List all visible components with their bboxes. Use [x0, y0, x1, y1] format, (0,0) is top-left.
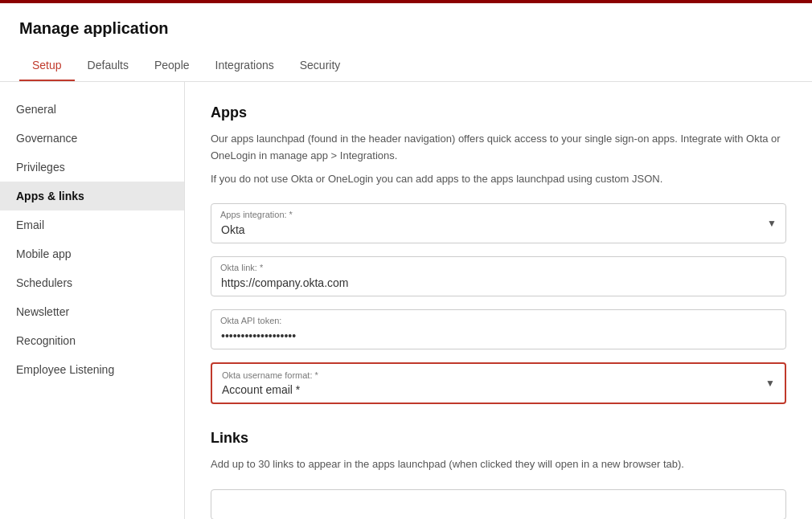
tab-integrations[interactable]: Integrations	[203, 51, 287, 81]
apps-integration-select[interactable]: Okta OneLogin Custom JSON	[211, 203, 786, 243]
tab-defaults[interactable]: Defaults	[75, 51, 141, 81]
sidebar-item-mobile-app[interactable]: Mobile app	[0, 239, 184, 268]
okta-api-token-input[interactable]	[211, 309, 786, 349]
tab-security[interactable]: Security	[287, 51, 354, 81]
okta-link-group: Okta link: *	[211, 256, 786, 296]
sidebar-item-governance[interactable]: Governance	[0, 124, 184, 153]
apps-section-title: Apps	[211, 104, 786, 121]
links-input[interactable]	[211, 489, 786, 519]
okta-link-label: Okta link: *	[220, 263, 263, 272]
tab-people[interactable]: People	[141, 51, 203, 81]
sidebar-item-privileges[interactable]: Privileges	[0, 153, 184, 182]
sidebar-item-recognition[interactable]: Recognition	[0, 326, 184, 355]
links-section: Links Add up to 30 links to appear in th…	[211, 430, 786, 519]
tab-nav: Setup Defaults People Integrations Secur…	[19, 51, 793, 81]
okta-api-token-label: Okta API token:	[220, 316, 281, 325]
page-header: Manage application Setup Defaults People…	[0, 3, 812, 82]
apps-desc-1: Our apps launchpad (found in the header …	[211, 131, 786, 165]
sidebar-item-apps-links[interactable]: Apps & links	[0, 182, 184, 210]
content-area: Apps Our apps launchpad (found in the he…	[185, 82, 812, 519]
page-title: Manage application	[19, 19, 793, 38]
sidebar-item-newsletter[interactable]: Newsletter	[0, 297, 184, 326]
links-desc: Add up to 30 links to appear in the apps…	[211, 456, 786, 473]
okta-api-token-group: Okta API token:	[211, 309, 786, 349]
apps-desc-2: If you do not use Okta or OneLogin you c…	[211, 171, 786, 188]
sidebar: General Governance Privileges Apps & lin…	[0, 82, 185, 519]
apps-integration-group: Apps integration: * Okta OneLogin Custom…	[211, 203, 786, 243]
sidebar-item-general[interactable]: General	[0, 95, 184, 124]
sidebar-item-email[interactable]: Email	[0, 210, 184, 239]
main-layout: General Governance Privileges Apps & lin…	[0, 82, 812, 519]
okta-link-input[interactable]	[211, 256, 786, 296]
sidebar-item-schedulers[interactable]: Schedulers	[0, 268, 184, 297]
sidebar-item-employee-listening[interactable]: Employee Listening	[0, 355, 184, 384]
links-section-title: Links	[211, 430, 786, 447]
okta-username-format-select[interactable]: Account email * Account username Custom	[212, 364, 785, 403]
okta-username-format-group: Okta username format: * Account email * …	[211, 362, 786, 404]
tab-setup[interactable]: Setup	[19, 51, 75, 81]
apps-section: Apps Our apps launchpad (found in the he…	[211, 104, 786, 404]
